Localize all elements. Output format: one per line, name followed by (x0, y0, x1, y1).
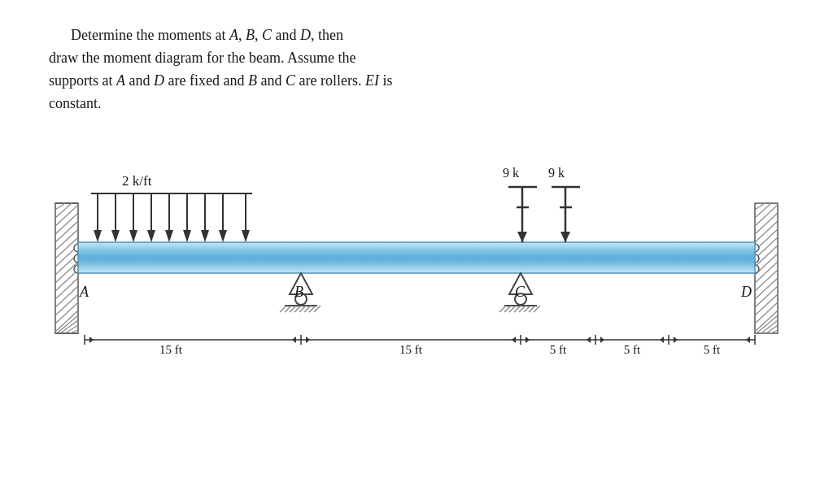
dim-AB: 15 ft (159, 343, 183, 356)
dim-CD2: 5 ft (624, 343, 641, 356)
svg-marker-79 (560, 232, 570, 242)
svg-marker-106 (292, 337, 296, 343)
svg-marker-105 (89, 337, 94, 343)
problem-text: Determine the moments at A, B, C and D, … (49, 24, 784, 115)
svg-marker-55 (111, 230, 120, 242)
svg-marker-74 (517, 232, 527, 242)
problem-text-line3: supports at A and D are fixed and B and … (49, 72, 392, 89)
problem-text-line1: Determine the moments at A, B, C and D, … (49, 27, 343, 43)
svg-marker-57 (129, 230, 137, 242)
svg-marker-59 (147, 230, 155, 242)
diagram-area: 2 k/ft 9 k 9 k (49, 138, 784, 415)
svg-marker-53 (94, 230, 102, 242)
problem-text-line4: constant. (49, 95, 102, 111)
label-D: D (740, 284, 752, 300)
svg-marker-61 (165, 230, 173, 242)
label-B: B (294, 284, 303, 300)
svg-marker-121 (674, 337, 678, 343)
svg-marker-69 (242, 230, 250, 242)
svg-marker-110 (512, 337, 516, 343)
page: Determine the moments at A, B, C and D, … (0, 0, 833, 504)
svg-marker-122 (746, 337, 750, 343)
label-A: A (79, 284, 89, 300)
svg-rect-50 (78, 242, 755, 273)
point-load-right-label: 9 k (548, 166, 565, 180)
svg-marker-67 (219, 230, 227, 242)
svg-marker-109 (306, 337, 310, 343)
distributed-load-label: 2 k/ft (122, 173, 152, 189)
dim-BC: 15 ft (399, 343, 423, 356)
svg-marker-117 (600, 337, 604, 343)
dim-CD3: 5 ft (704, 343, 721, 356)
problem-text-line2: draw the moment diagram for the beam. As… (49, 50, 355, 66)
label-C: C (515, 284, 526, 300)
svg-marker-118 (660, 337, 664, 343)
point-load-left-label: 9 k (503, 166, 519, 180)
svg-marker-63 (183, 230, 191, 242)
svg-marker-114 (587, 337, 591, 343)
svg-marker-113 (526, 337, 530, 343)
diagram-svg: 2 k/ft 9 k 9 k (49, 138, 784, 415)
dim-CD1: 5 ft (550, 343, 567, 356)
svg-marker-65 (201, 230, 209, 242)
